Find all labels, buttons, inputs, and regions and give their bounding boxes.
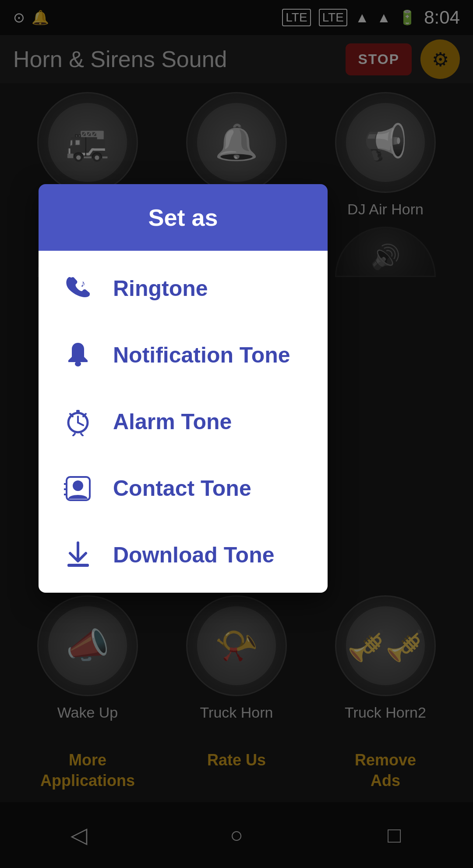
phone-music-icon: ♪ (60, 271, 95, 306)
download-icon (60, 537, 95, 573)
alarm-icon (60, 404, 95, 439)
download-tone-label: Download Tone (113, 542, 274, 568)
svg-line-4 (78, 423, 83, 425)
svg-point-1 (75, 361, 81, 366)
alarm-tone-label: Alarm Tone (113, 409, 232, 434)
bell-icon (60, 338, 95, 373)
ringtone-label: Ringtone (113, 276, 208, 301)
set-as-modal: Set as ♪ Ringtone Notification Tone (39, 184, 328, 593)
svg-line-9 (81, 433, 83, 436)
modal-item-alarm[interactable]: Alarm Tone (39, 388, 328, 455)
contact-icon (60, 471, 95, 506)
modal-item-ringtone[interactable]: ♪ Ringtone (39, 255, 328, 322)
svg-rect-16 (67, 564, 89, 567)
modal-title: Set as (148, 204, 218, 231)
svg-text:♪: ♪ (81, 278, 85, 289)
svg-rect-7 (76, 410, 80, 413)
notification-tone-label: Notification Tone (113, 342, 290, 368)
modal-body: ♪ Ringtone Notification Tone (39, 251, 328, 593)
modal-header: Set as (39, 184, 328, 251)
svg-line-8 (73, 433, 75, 436)
svg-point-11 (73, 480, 83, 491)
modal-item-download[interactable]: Download Tone (39, 522, 328, 588)
contact-tone-label: Contact Tone (113, 476, 251, 501)
modal-item-contact[interactable]: Contact Tone (39, 455, 328, 522)
modal-item-notification[interactable]: Notification Tone (39, 322, 328, 388)
